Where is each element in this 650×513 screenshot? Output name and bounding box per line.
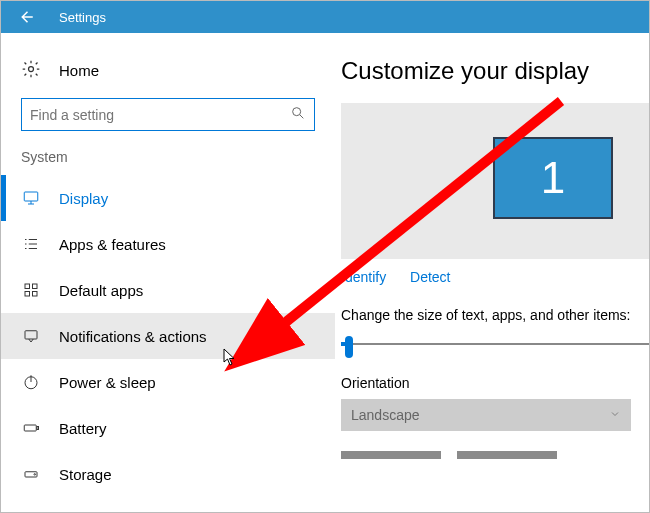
svg-rect-12 xyxy=(25,284,30,289)
arrow-left-icon xyxy=(17,8,35,26)
orientation-select[interactable]: Landscape xyxy=(341,399,631,431)
sidebar-item-battery[interactable]: Battery xyxy=(1,405,335,451)
chevron-down-icon xyxy=(609,407,621,423)
sidebar-home[interactable]: Home xyxy=(1,51,335,98)
sidebar-item-apps-features[interactable]: Apps & features xyxy=(1,221,335,267)
sidebar-item-default-apps[interactable]: Default apps xyxy=(1,267,335,313)
search-icon xyxy=(290,105,306,124)
svg-rect-15 xyxy=(33,292,38,297)
identify-link[interactable]: Identify xyxy=(341,269,386,285)
power-icon xyxy=(21,373,41,391)
sidebar-item-power-sleep[interactable]: Power & sleep xyxy=(1,359,335,405)
svg-rect-20 xyxy=(37,427,39,430)
svg-rect-19 xyxy=(24,425,36,431)
titlebar: Settings xyxy=(1,1,649,33)
window-title: Settings xyxy=(59,10,106,25)
svg-point-1 xyxy=(293,108,301,116)
svg-line-2 xyxy=(300,115,304,119)
grid-icon xyxy=(21,281,41,299)
main-panel: Customize your display 1 Identify Detect… xyxy=(335,33,649,512)
svg-rect-14 xyxy=(25,292,30,297)
sidebar-item-storage[interactable]: Storage xyxy=(1,451,335,497)
apply-button[interactable] xyxy=(341,451,441,459)
cancel-button[interactable] xyxy=(457,451,557,459)
sidebar: Home System Display Apps & features Defa… xyxy=(1,33,335,512)
svg-rect-3 xyxy=(24,192,38,201)
slider-thumb[interactable] xyxy=(345,336,353,358)
orientation-value: Landscape xyxy=(351,407,420,423)
svg-rect-13 xyxy=(33,284,38,289)
sidebar-item-notifications-actions[interactable]: Notifications & actions xyxy=(1,313,335,359)
search-input[interactable] xyxy=(30,107,278,123)
size-text-label: Change the size of text, apps, and other… xyxy=(341,307,649,323)
monitor-icon xyxy=(21,189,41,207)
back-button[interactable] xyxy=(1,1,51,33)
search-box[interactable] xyxy=(21,98,315,131)
home-label: Home xyxy=(59,62,99,79)
gear-icon xyxy=(21,59,41,82)
page-title: Customize your display xyxy=(341,57,649,85)
svg-point-0 xyxy=(29,67,34,72)
monitor-1[interactable]: 1 xyxy=(493,137,613,219)
detect-link[interactable]: Detect xyxy=(410,269,450,285)
svg-rect-16 xyxy=(25,331,37,339)
storage-icon xyxy=(21,465,41,483)
orientation-label: Orientation xyxy=(341,375,649,391)
sidebar-item-display[interactable]: Display xyxy=(1,175,335,221)
svg-point-22 xyxy=(34,474,36,476)
list-icon xyxy=(21,235,41,253)
notification-icon xyxy=(21,327,41,345)
mouse-cursor-icon xyxy=(223,348,237,369)
text-size-slider[interactable] xyxy=(341,333,649,355)
display-preview[interactable]: 1 xyxy=(341,103,649,259)
battery-icon xyxy=(21,419,41,437)
sidebar-group-label: System xyxy=(1,149,335,175)
